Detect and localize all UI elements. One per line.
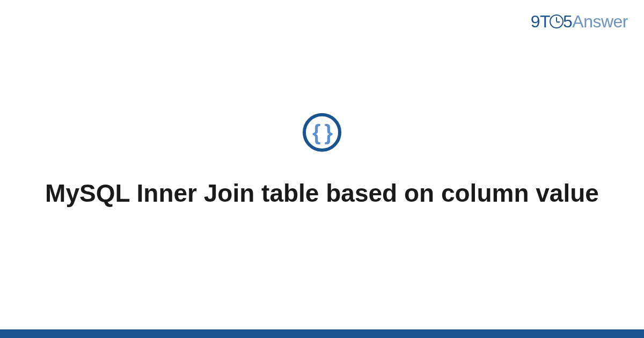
code-braces-icon: { } (312, 122, 332, 143)
clock-icon (550, 14, 564, 28)
main-content: { } MySQL Inner Join table based on colu… (0, 113, 644, 210)
footer-accent-bar (0, 329, 644, 338)
page-title: MySQL Inner Join table based on column v… (32, 178, 612, 210)
logo-part-5: 5 (563, 12, 572, 31)
logo-part-9: 9 (531, 12, 540, 31)
logo-part-answer: Answer (572, 12, 628, 31)
site-logo[interactable]: 9T5Answer (531, 12, 628, 32)
logo-part-t: T (540, 12, 550, 31)
topic-icon-circle: { } (303, 113, 341, 152)
